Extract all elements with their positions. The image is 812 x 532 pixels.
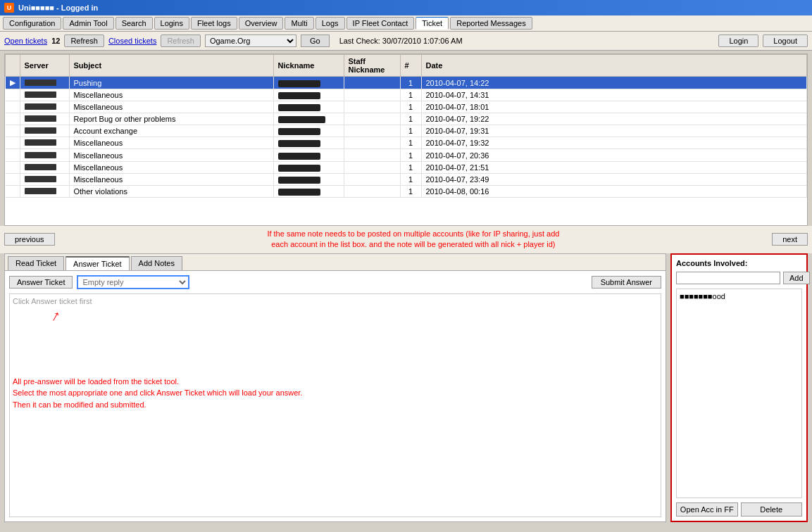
row-date: 2010-04-07, 20:36 bbox=[421, 149, 807, 161]
login-button[interactable]: Login bbox=[718, 34, 758, 47]
closed-tickets-link[interactable]: Closed tickets bbox=[108, 37, 156, 45]
row-server bbox=[20, 149, 69, 161]
menu-overview[interactable]: Overview bbox=[239, 17, 284, 30]
row-arrow bbox=[6, 101, 20, 113]
open-tickets-link[interactable]: Open tickets bbox=[4, 37, 47, 45]
app-icon: U bbox=[4, 3, 14, 13]
answer-area: Click Answer ticket first ↑ All pre-answ… bbox=[9, 293, 661, 517]
table-row[interactable]: Miscellaneous12010-04-07, 20:36 bbox=[6, 149, 807, 161]
row-nickname bbox=[273, 173, 344, 185]
ticket-table-scroll[interactable]: Server Subject Nickname StaffNickname # … bbox=[5, 54, 807, 209]
row-nickname bbox=[273, 161, 344, 173]
delete-button[interactable]: Delete bbox=[741, 502, 803, 517]
menu-multi[interactable]: Multi bbox=[285, 17, 313, 30]
answer-ticket-button[interactable]: Answer Ticket bbox=[9, 276, 73, 289]
row-count: 1 bbox=[400, 113, 421, 125]
row-server bbox=[20, 77, 69, 89]
table-row[interactable]: Miscellaneous12010-04-07, 18:01 bbox=[6, 101, 807, 113]
menu-ticket[interactable]: Ticket bbox=[416, 17, 449, 30]
row-nickname bbox=[273, 101, 344, 113]
row-nickname bbox=[273, 89, 344, 101]
menu-logins[interactable]: Logins bbox=[154, 17, 189, 30]
next-button[interactable]: next bbox=[772, 233, 808, 246]
row-server bbox=[20, 89, 69, 101]
table-row[interactable]: Miscellaneous12010-04-07, 21:51 bbox=[6, 161, 807, 173]
menu-fleet-logs[interactable]: Fleet logs bbox=[191, 17, 237, 30]
accounts-list[interactable]: ■■■■■■■ood bbox=[676, 289, 802, 498]
open-acc-button[interactable]: Open Acc in FF bbox=[676, 502, 738, 517]
row-nickname bbox=[273, 185, 344, 197]
account-input[interactable] bbox=[676, 272, 780, 284]
row-date: 2010-04-07, 23:49 bbox=[421, 173, 807, 185]
row-date: 2010-04-07, 14:31 bbox=[421, 89, 807, 101]
accounts-panel: Accounts Involved: Add ■■■■■■■ood Open A… bbox=[670, 253, 808, 522]
col-hash: # bbox=[400, 55, 421, 77]
lower-panel: Read Ticket Answer Ticket Add Notes Answ… bbox=[4, 253, 808, 522]
row-staff bbox=[344, 173, 400, 185]
add-account-button[interactable]: Add bbox=[783, 272, 810, 284]
row-server bbox=[20, 161, 69, 173]
row-arrow bbox=[6, 173, 20, 185]
row-arrow bbox=[6, 137, 20, 149]
logout-button[interactable]: Logout bbox=[763, 34, 808, 47]
row-subject: Miscellaneous bbox=[69, 161, 273, 173]
row-arrow bbox=[6, 161, 20, 173]
row-nickname bbox=[273, 77, 344, 89]
row-nickname bbox=[273, 137, 344, 149]
table-row[interactable]: Account exchange12010-04-07, 19:31 bbox=[6, 125, 807, 137]
row-server bbox=[20, 101, 69, 113]
refresh-button[interactable]: Refresh bbox=[64, 34, 104, 47]
table-row[interactable]: Miscellaneous12010-04-07, 14:31 bbox=[6, 89, 807, 101]
row-date: 2010-04-07, 21:51 bbox=[421, 161, 807, 173]
row-staff bbox=[344, 161, 400, 173]
table-row[interactable]: ▶Pushing12010-04-07, 14:22 bbox=[6, 77, 807, 89]
open-tickets-count: 12 bbox=[51, 37, 60, 45]
row-subject: Report Bug or other problems bbox=[69, 113, 273, 125]
menu-admin-tool[interactable]: Admin Tool bbox=[63, 17, 113, 30]
toolbar: Open tickets 12 Refresh Closed tickets R… bbox=[0, 32, 812, 51]
refresh2-button[interactable]: Refresh bbox=[161, 34, 201, 47]
menu-bar: Configuration Admin Tool Search Logins F… bbox=[0, 15, 812, 32]
row-subject: Miscellaneous bbox=[69, 173, 273, 185]
table-row[interactable]: Other violations12010-04-08, 00:16 bbox=[6, 185, 807, 197]
last-check-value: 30/07/2010 1:07:06 AM bbox=[382, 37, 463, 45]
submit-answer-button[interactable]: Submit Answer bbox=[592, 276, 661, 289]
menu-reported-messages[interactable]: Reported Messages bbox=[450, 17, 532, 30]
textarea-hint: Click Answer ticket first bbox=[13, 297, 658, 305]
server-select[interactable]: Ogame.Org bbox=[205, 34, 296, 47]
row-date: 2010-04-08, 00:16 bbox=[421, 185, 807, 197]
row-server bbox=[20, 113, 69, 125]
col-arrow bbox=[6, 55, 20, 77]
bottom-nav: previous If the same note needs to be po… bbox=[0, 226, 812, 253]
row-arrow bbox=[6, 113, 20, 125]
previous-button[interactable]: previous bbox=[4, 233, 55, 246]
table-row[interactable]: Report Bug or other problems12010-04-07,… bbox=[6, 113, 807, 125]
row-server bbox=[20, 185, 69, 197]
row-arrow bbox=[6, 125, 20, 137]
tab-add-notes[interactable]: Add Notes bbox=[131, 256, 182, 270]
row-date: 2010-04-07, 14:22 bbox=[421, 77, 807, 89]
row-date: 2010-04-07, 19:31 bbox=[421, 125, 807, 137]
go-button[interactable]: Go bbox=[301, 34, 330, 47]
menu-search[interactable]: Search bbox=[115, 17, 153, 30]
row-count: 1 bbox=[400, 77, 421, 89]
tab-read-ticket[interactable]: Read Ticket bbox=[8, 256, 64, 270]
tab-answer-ticket[interactable]: Answer Ticket bbox=[65, 256, 129, 270]
menu-logs[interactable]: Logs bbox=[316, 17, 345, 30]
table-row[interactable]: Miscellaneous12010-04-07, 19:32 bbox=[6, 137, 807, 149]
row-subject: Other violations bbox=[69, 185, 273, 197]
menu-ip-fleet-contact[interactable]: IP Fleet Contact bbox=[346, 17, 415, 30]
ticket-table-container: Server Subject Nickname StaffNickname # … bbox=[4, 53, 808, 226]
row-staff bbox=[344, 101, 400, 113]
menu-configuration[interactable]: Configuration bbox=[3, 17, 61, 30]
pre-answer-note: All pre-answer will be loaded from the t… bbox=[13, 376, 658, 411]
row-count: 1 bbox=[400, 173, 421, 185]
row-server bbox=[20, 125, 69, 137]
ticket-tabs: Read Ticket Answer Ticket Add Notes bbox=[5, 254, 666, 271]
col-staff: StaffNickname bbox=[344, 55, 400, 77]
reply-select[interactable]: Empty reply bbox=[77, 275, 189, 289]
row-server bbox=[20, 173, 69, 185]
table-row[interactable]: Miscellaneous12010-04-07, 23:49 bbox=[6, 173, 807, 185]
row-staff bbox=[344, 137, 400, 149]
last-check-label: Last Check: 30/07/2010 1:07:06 AM bbox=[339, 37, 463, 45]
